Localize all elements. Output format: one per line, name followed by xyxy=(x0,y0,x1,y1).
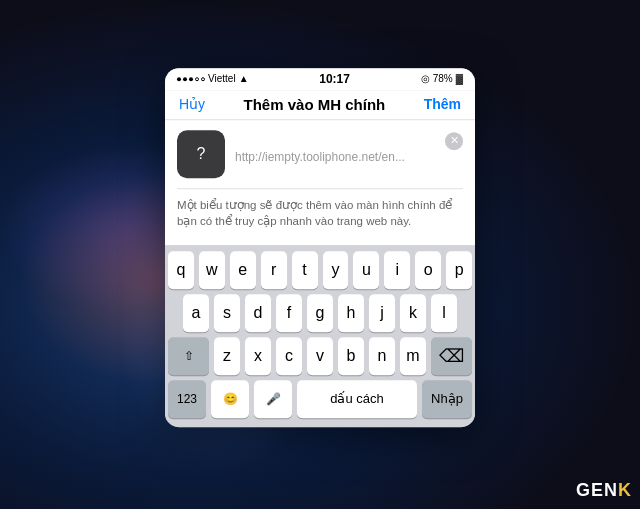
key-row-bottom: 123 😊 🎤 dấu cách Nhập xyxy=(168,380,472,418)
carrier-label: Viettel xyxy=(208,73,236,84)
key-j[interactable]: j xyxy=(369,294,395,332)
signal-dots xyxy=(177,77,205,81)
signal-dot-2 xyxy=(183,77,187,81)
status-left: Viettel ▲ xyxy=(177,73,249,84)
signal-dot-4 xyxy=(195,77,199,81)
key-p[interactable]: p xyxy=(446,251,472,289)
delete-key[interactable]: ⌫ xyxy=(431,337,472,375)
nav-title: Thêm vào MH chính xyxy=(244,96,386,113)
key-i[interactable]: i xyxy=(384,251,410,289)
bookmark-name-input[interactable] xyxy=(235,130,463,150)
bookmark-url: http://iempty.tooliphone.net/en... xyxy=(235,150,463,164)
status-bar: Viettel ▲ 10:17 ◎ 78% ▓ xyxy=(165,68,475,90)
add-button[interactable]: Thêm xyxy=(424,96,461,112)
key-k[interactable]: k xyxy=(400,294,426,332)
signal-dot-3 xyxy=(189,77,193,81)
key-o[interactable]: o xyxy=(415,251,441,289)
shift-key[interactable]: ⇧ xyxy=(168,337,209,375)
key-z[interactable]: z xyxy=(214,337,240,375)
key-s[interactable]: s xyxy=(214,294,240,332)
key-row-3: ⇧ z x c v b n m ⌫ xyxy=(168,337,472,375)
signal-dot-1 xyxy=(177,77,181,81)
phone-modal: Viettel ▲ 10:17 ◎ 78% ▓ Hủy Thêm vào MH … xyxy=(165,68,475,427)
key-l[interactable]: l xyxy=(431,294,457,332)
watermark-gen: GEN xyxy=(576,480,618,500)
battery-percent: 78% xyxy=(433,73,453,84)
key-c[interactable]: c xyxy=(276,337,302,375)
key-n[interactable]: n xyxy=(369,337,395,375)
cancel-button[interactable]: Hủy xyxy=(179,96,205,112)
key-d[interactable]: d xyxy=(245,294,271,332)
bookmark-icon-char: ? xyxy=(197,145,206,163)
watermark: GENK xyxy=(576,480,632,501)
key-t[interactable]: t xyxy=(292,251,318,289)
description-text: Một biểu tượng sẽ được thêm vào màn hình… xyxy=(177,189,463,235)
key-b[interactable]: b xyxy=(338,337,364,375)
watermark-k: K xyxy=(618,480,632,500)
content-area: ? http://iempty.tooliphone.net/en... ✕ M… xyxy=(165,120,475,245)
space-key[interactable]: dấu cách xyxy=(297,380,417,418)
bookmark-row: ? http://iempty.tooliphone.net/en... ✕ xyxy=(177,130,463,189)
key-r[interactable]: r xyxy=(261,251,287,289)
key-u[interactable]: u xyxy=(353,251,379,289)
key-w[interactable]: w xyxy=(199,251,225,289)
bookmark-info: http://iempty.tooliphone.net/en... xyxy=(235,130,463,164)
key-m[interactable]: m xyxy=(400,337,426,375)
status-right: ◎ 78% ▓ xyxy=(421,73,463,84)
key-y[interactable]: y xyxy=(323,251,349,289)
key-g[interactable]: g xyxy=(307,294,333,332)
mic-key[interactable]: 🎤 xyxy=(254,380,292,418)
key-e[interactable]: e xyxy=(230,251,256,289)
key-q[interactable]: q xyxy=(168,251,194,289)
battery-icon: ▓ xyxy=(456,73,463,84)
key-h[interactable]: h xyxy=(338,294,364,332)
emoji-key[interactable]: 😊 xyxy=(211,380,249,418)
key-x[interactable]: x xyxy=(245,337,271,375)
key-row-1: q w e r t y u i o p xyxy=(168,251,472,289)
clear-button[interactable]: ✕ xyxy=(445,132,463,150)
numbers-key[interactable]: 123 xyxy=(168,380,206,418)
signal-dot-5 xyxy=(201,77,205,81)
wifi-icon: ▲ xyxy=(239,73,249,84)
keyboard: q w e r t y u i o p a s d f g h j k l ⇧ … xyxy=(165,245,475,427)
return-key[interactable]: Nhập xyxy=(422,380,472,418)
nav-bar: Hủy Thêm vào MH chính Thêm xyxy=(165,90,475,120)
key-a[interactable]: a xyxy=(183,294,209,332)
bookmark-icon: ? xyxy=(177,130,225,178)
location-icon: ◎ xyxy=(421,73,430,84)
key-row-2: a s d f g h j k l xyxy=(168,294,472,332)
key-f[interactable]: f xyxy=(276,294,302,332)
key-v[interactable]: v xyxy=(307,337,333,375)
status-time: 10:17 xyxy=(319,72,350,86)
